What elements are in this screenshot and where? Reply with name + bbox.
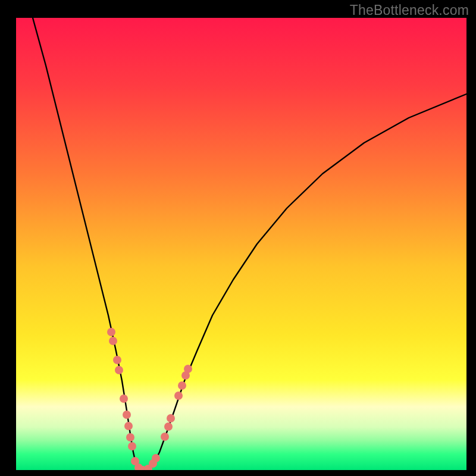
scatter-dot xyxy=(152,454,160,462)
curve-layer xyxy=(16,18,466,470)
scatter-dot xyxy=(109,337,117,345)
bottleneck-curve xyxy=(33,18,466,470)
scatter-dot xyxy=(126,433,134,441)
chart-frame: TheBottleneck.com xyxy=(0,0,476,476)
scatter-dot xyxy=(184,365,192,373)
scatter-dot xyxy=(128,442,136,450)
scatter-dot xyxy=(178,381,186,390)
scatter-dot xyxy=(120,394,128,403)
scatter-group xyxy=(107,328,192,470)
watermark-text: TheBottleneck.com xyxy=(350,2,469,18)
scatter-dot xyxy=(174,392,183,400)
scatter-dot xyxy=(164,422,173,431)
scatter-dot xyxy=(161,433,169,441)
scatter-dot xyxy=(113,356,121,364)
plot-area xyxy=(16,18,466,470)
scatter-dot xyxy=(107,328,115,336)
scatter-dot xyxy=(167,414,175,422)
scatter-dot xyxy=(124,422,133,430)
scatter-dot xyxy=(115,366,123,374)
scatter-dot xyxy=(123,411,131,419)
